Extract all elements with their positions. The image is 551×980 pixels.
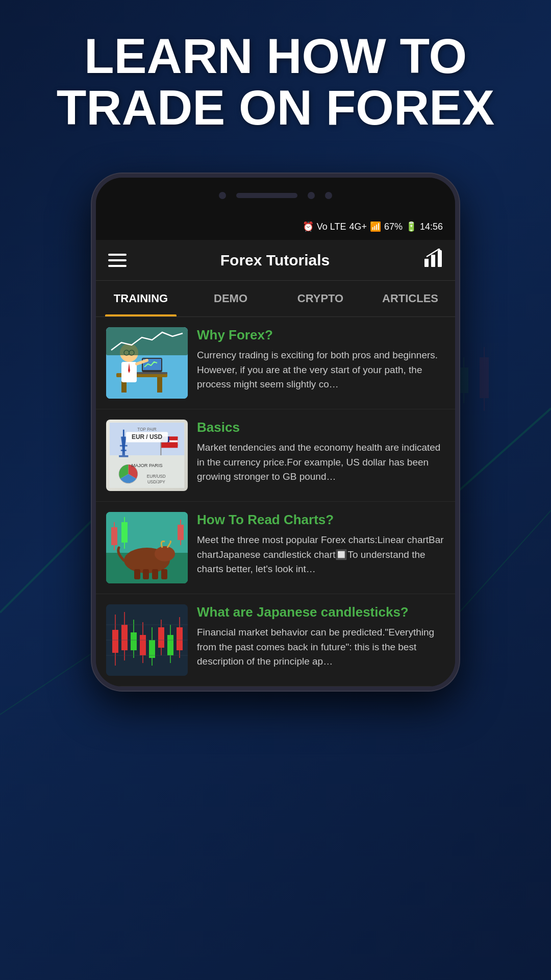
camera-dot-left bbox=[219, 192, 226, 199]
hamburger-line-1 bbox=[108, 254, 127, 256]
lte-label: 4G+ bbox=[349, 222, 367, 232]
svg-rect-76 bbox=[121, 625, 128, 650]
chart-icon-button[interactable] bbox=[423, 249, 443, 272]
article-desc-3: Meet the three most popular Forex charts… bbox=[197, 533, 445, 577]
svg-rect-65 bbox=[114, 545, 115, 550]
hamburger-line-3 bbox=[108, 265, 127, 267]
article-desc-1: Currency trading is exciting for both pr… bbox=[197, 348, 445, 392]
list-item[interactable]: What are Japanese candlesticks? Financia… bbox=[96, 594, 455, 687]
svg-rect-68 bbox=[124, 543, 125, 549]
article-desc-4: Financial market behavior can be predict… bbox=[197, 625, 445, 669]
article-title-3: How To Read Charts? bbox=[197, 512, 445, 528]
article-desc-2: Market tendencies and the economy health… bbox=[197, 440, 445, 484]
status-bar: ⏰ Vo LTE 4G+ 📶 67% 🔋 14:56 bbox=[96, 213, 455, 240]
camera-dot-right bbox=[308, 192, 315, 199]
svg-rect-71 bbox=[180, 540, 181, 545]
tab-articles[interactable]: ARTICLES bbox=[365, 281, 455, 316]
hero-title: LEARN HOW TO TRADE ON FOREX bbox=[0, 31, 551, 134]
svg-rect-61 bbox=[152, 569, 158, 579]
svg-text:TOP PAIR: TOP PAIR bbox=[137, 427, 157, 432]
article-title-1: Why Forex? bbox=[197, 327, 445, 343]
svg-rect-69 bbox=[178, 525, 184, 540]
tab-demo[interactable]: DEMO bbox=[186, 281, 276, 316]
svg-rect-63 bbox=[111, 527, 117, 545]
svg-text:USD/JPY: USD/JPY bbox=[147, 480, 165, 484]
svg-text:EUR / USD: EUR / USD bbox=[132, 433, 162, 440]
svg-rect-13 bbox=[431, 255, 435, 267]
article-title-4: What are Japanese candlesticks? bbox=[197, 604, 445, 620]
svg-rect-78 bbox=[131, 632, 137, 650]
tab-crypto[interactable]: CRYPTO bbox=[276, 281, 365, 316]
svg-rect-66 bbox=[121, 522, 128, 543]
svg-rect-35 bbox=[119, 455, 128, 457]
svg-rect-67 bbox=[124, 517, 125, 522]
svg-rect-19 bbox=[157, 377, 162, 393]
article-content-4: What are Japanese candlesticks? Financia… bbox=[197, 604, 445, 669]
svg-rect-59 bbox=[134, 569, 140, 579]
svg-rect-60 bbox=[143, 569, 149, 579]
hamburger-line-2 bbox=[108, 259, 127, 261]
sensor-dot bbox=[325, 192, 332, 199]
svg-rect-62 bbox=[161, 569, 167, 579]
speaker bbox=[236, 193, 297, 198]
svg-rect-64 bbox=[114, 522, 115, 527]
svg-rect-38 bbox=[120, 445, 128, 447]
svg-text:MAJOR PARIS: MAJOR PARIS bbox=[131, 463, 162, 468]
alarm-icon: ⏰ bbox=[303, 221, 314, 232]
article-title-2: Basics bbox=[197, 420, 445, 435]
app-header: Forex Tutorials bbox=[96, 240, 455, 281]
network-label: Vo LTE bbox=[317, 222, 346, 232]
svg-text:EUR/USD: EUR/USD bbox=[147, 474, 166, 479]
svg-point-58 bbox=[155, 546, 175, 561]
article-content-3: How To Read Charts? Meet the three most … bbox=[197, 512, 445, 577]
phone-frame: ⏰ Vo LTE 4G+ 📶 67% 🔋 14:56 Forex Tutoria… bbox=[92, 174, 459, 691]
app-title: Forex Tutorials bbox=[220, 252, 330, 269]
article-content-1: Why Forex? Currency trading is exciting … bbox=[197, 327, 445, 392]
article-thumbnail-3 bbox=[106, 512, 188, 583]
list-item[interactable]: How To Read Charts? Meet the three most … bbox=[96, 502, 455, 594]
svg-rect-8 bbox=[463, 393, 464, 403]
battery-icon: 🔋 bbox=[406, 221, 417, 232]
svg-rect-11 bbox=[484, 398, 485, 411]
article-thumbnail-4 bbox=[106, 604, 188, 676]
svg-rect-43 bbox=[161, 444, 178, 446]
svg-rect-9 bbox=[480, 357, 489, 398]
time-label: 14:56 bbox=[420, 222, 443, 232]
svg-rect-88 bbox=[177, 627, 183, 650]
svg-rect-7 bbox=[463, 357, 464, 368]
phone-top-bar bbox=[96, 178, 455, 213]
tab-training[interactable]: TRAINING bbox=[96, 281, 186, 316]
list-item[interactable]: Why Forex? Currency trading is exciting … bbox=[96, 317, 455, 409]
article-list: Why Forex? Currency trading is exciting … bbox=[96, 317, 455, 687]
battery-label: 67% bbox=[384, 222, 403, 232]
svg-rect-86 bbox=[167, 635, 173, 655]
svg-rect-39 bbox=[121, 450, 127, 451]
signal-bars: 📶 bbox=[370, 221, 381, 232]
svg-rect-70 bbox=[180, 520, 181, 525]
svg-rect-10 bbox=[484, 347, 485, 357]
article-content-2: Basics Market tendencies and the economy… bbox=[197, 420, 445, 484]
menu-button[interactable] bbox=[108, 254, 127, 267]
svg-rect-22 bbox=[137, 372, 167, 374]
svg-rect-6 bbox=[459, 368, 468, 393]
status-icons: ⏰ Vo LTE 4G+ 📶 67% 🔋 14:56 bbox=[303, 221, 443, 232]
svg-rect-80 bbox=[140, 635, 146, 655]
svg-rect-84 bbox=[158, 627, 164, 648]
svg-rect-74 bbox=[112, 630, 118, 653]
svg-rect-30 bbox=[106, 327, 188, 355]
article-thumbnail-2: EUR / USD TOP PAIR MAJOR PARIS EUR/USD U… bbox=[106, 420, 188, 491]
list-item[interactable]: EUR / USD TOP PAIR MAJOR PARIS EUR/USD U… bbox=[96, 409, 455, 502]
svg-rect-12 bbox=[424, 259, 429, 267]
phone-mockup: ⏰ Vo LTE 4G+ 📶 67% 🔋 14:56 Forex Tutoria… bbox=[92, 174, 459, 691]
article-thumbnail-1 bbox=[106, 327, 188, 399]
tabs-bar: TRAINING DEMO CRYPTO ARTICLES bbox=[96, 281, 455, 317]
camera-area bbox=[96, 178, 455, 213]
